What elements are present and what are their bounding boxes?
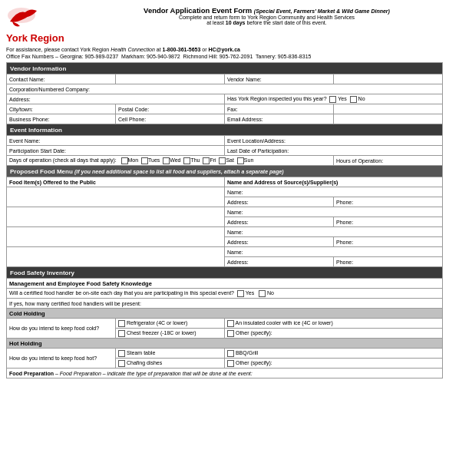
part-start-label: Participation Start Date:: [7, 146, 225, 156]
contact-name-field[interactable]: [116, 74, 225, 84]
event-location-label: Event Location/Address:: [225, 136, 443, 146]
supplier-phone-4: Phone:: [334, 257, 443, 267]
contact-name-label: Contact Name:: [7, 74, 116, 84]
vendor-name-label: Vendor Name:: [225, 74, 334, 84]
hot-opt4: Other (specify):: [225, 359, 443, 369]
fax-line: Office Fax Numbers – Georgina: 905-989-0…: [6, 54, 443, 59]
cold-opt4-checkbox[interactable]: [227, 330, 234, 337]
contact-line1: For assistance, please contact York Regi…: [6, 47, 443, 52]
management-title: Management and Employee Food Safety Know…: [7, 279, 443, 289]
hot-opt3: Chafing dishes: [116, 359, 225, 369]
days-row: Days of operation (check all days that a…: [7, 156, 334, 166]
supplier-name-1: Name:: [225, 187, 443, 197]
corporation-label: Corporation/Numbered Company:: [7, 84, 443, 94]
mon-checkbox[interactable]: [121, 157, 128, 164]
biz-phone-label: Business Phone:: [7, 114, 116, 124]
page-header: York Region Vendor Application Event For…: [6, 6, 443, 44]
food-safety-header: Food Safety Inventory: [7, 267, 443, 279]
certified-yes-checkbox[interactable]: [237, 290, 244, 297]
supplier-address-1: Address:: [225, 197, 334, 207]
last-date-label: Last Date of Participation:: [225, 146, 443, 156]
hot-question: How do you intend to keep food hot?: [7, 349, 116, 369]
cold-opt3-checkbox[interactable]: [118, 330, 125, 337]
cold-holding-header: Cold Holding: [7, 309, 443, 319]
cold-opt1: Refrigerator (4C or lower): [116, 319, 225, 329]
event-section-header: Event Information: [7, 124, 443, 136]
sun-checkbox[interactable]: [237, 157, 244, 164]
food-item-3[interactable]: [7, 227, 225, 247]
certified-question: Will a certified food handler be on-site…: [9, 290, 234, 296]
proposed-header: Proposed Food Menu (if you need addition…: [7, 166, 443, 177]
email-field[interactable]: [334, 114, 443, 124]
certified-question-row: Will a certified food handler be on-site…: [7, 289, 443, 299]
york-region-logo-icon: [6, 6, 60, 33]
vendor-section-header: Vendor Information: [7, 63, 443, 74]
yes-checkbox[interactable]: [329, 96, 336, 103]
cell-phone-label: Cell Phone:: [116, 114, 225, 124]
email-label: Email Address:: [225, 114, 334, 124]
form-subtitle2: at least 10 days before the start date o…: [91, 20, 443, 25]
hot-opt2-checkbox[interactable]: [227, 350, 234, 357]
cold-opt2: An insulated cooler with ice (4C or lowe…: [225, 319, 443, 329]
tues-checkbox[interactable]: [141, 157, 148, 164]
vendor-name-field[interactable]: [334, 74, 443, 84]
form-title-area: Vendor Application Event Form (Special E…: [91, 6, 443, 25]
supplier-phone-2: Phone:: [334, 217, 443, 227]
hot-opt2: BBQ/Grill: [225, 349, 443, 359]
supplier-name-2: Name:: [225, 207, 443, 217]
food-prep-label: Food Preparation – Food Preparation – in…: [7, 369, 443, 378]
event-name-label: Event Name:: [7, 136, 225, 146]
supplier-name-3: Name:: [225, 227, 443, 237]
vendor-section: Vendor Information Contact Name: Vendor …: [6, 62, 443, 378]
hot-holding-header: Hot Holding: [7, 339, 443, 349]
form-main-title: Vendor Application Event Form (Special E…: [91, 6, 443, 15]
wed-checkbox[interactable]: [163, 157, 170, 164]
hot-opt4-checkbox[interactable]: [227, 360, 234, 367]
cold-opt4: Other (specify):: [225, 329, 443, 339]
supplier-address-4: Address:: [225, 257, 334, 267]
supplier-phone-3: Phone:: [334, 237, 443, 247]
logo: York Region: [6, 6, 91, 44]
supplier-address-2: Address:: [225, 217, 334, 227]
hot-opt1: Steam table: [116, 349, 225, 359]
hours-label: Hours of Operation:: [334, 156, 443, 166]
no-checkbox[interactable]: [350, 96, 357, 103]
postal-label: Postal Code:: [116, 104, 225, 114]
food-items-col-header: Food Item(s) Offered to the Public: [7, 177, 225, 187]
inspected-label: Has York Region inspected you this year?: [227, 96, 327, 101]
supplier-address-3: Address:: [225, 237, 334, 247]
food-item-2[interactable]: [7, 207, 225, 227]
food-item-1[interactable]: [7, 187, 225, 207]
supplier-name-4: Name:: [225, 247, 443, 257]
certified-no-checkbox[interactable]: [259, 290, 266, 297]
handlers-question: If yes, how many certified food handlers…: [7, 299, 443, 309]
logo-area: York Region: [6, 6, 91, 44]
days-label: Days of operation (check all days that a…: [9, 157, 117, 163]
city-label: City/town:: [7, 104, 116, 114]
supplier-phone-1: Phone:: [334, 197, 443, 207]
form-subtitle: Complete and return form to York Region …: [91, 15, 443, 20]
cold-question: How do you intend to keep food cold?: [7, 319, 116, 339]
fax-label: Fax:: [225, 104, 334, 114]
cold-opt1-checkbox[interactable]: [118, 320, 125, 327]
supplier-col-header: Name and Address of Source(s)/Supplier(s…: [225, 177, 443, 187]
hot-opt3-checkbox[interactable]: [118, 360, 125, 367]
fax-field[interactable]: [334, 104, 443, 114]
hot-opt1-checkbox[interactable]: [118, 350, 125, 357]
food-item-4[interactable]: [7, 247, 225, 267]
address-label: Address:: [7, 94, 225, 104]
york-region-text: York Region: [6, 33, 64, 44]
cold-opt2-checkbox[interactable]: [227, 320, 234, 327]
cold-opt3: Chest freezer (-18C or lower): [116, 329, 225, 339]
inspected-field: Has York Region inspected you this year?…: [225, 94, 443, 104]
